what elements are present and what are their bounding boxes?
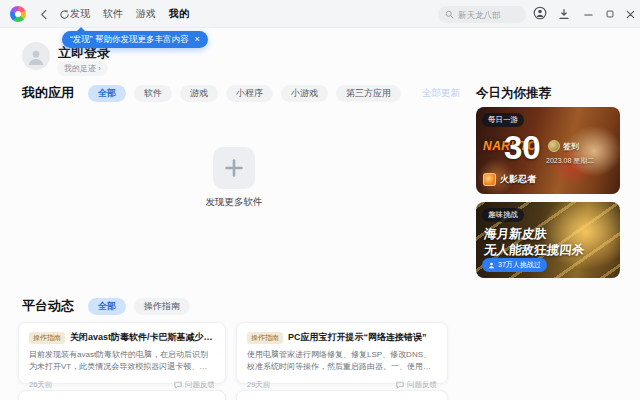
checkin-label: 签到 [563,141,579,152]
feed-filter-guide[interactable]: 操作指南 [134,298,190,315]
article-title: 关闭avast防毒软件/卡巴斯基减少卡顿现象 [70,331,215,344]
tooltip-text: “发现” 帮助你发现更多丰富内容 [70,34,189,46]
search-input[interactable] [458,10,518,20]
my-apps-title: 我的应用 [22,84,74,102]
nav-software[interactable]: 软件 [103,7,123,21]
feed-header: 平台动态 全部 操作指南 [22,297,190,315]
recommend-title: 今日为你推荐 [476,85,551,102]
article-avast[interactable]: 操作指南 关闭avast防毒软件/卡巴斯基减少卡顿现象 目前发现装有avast防… [18,322,226,384]
challenge-card[interactable]: 趣味挑战 海月新皮肤 无人能敌狂揽四杀 37万人挑战过 [476,202,620,278]
checkin-row[interactable]: 签到 [548,140,579,152]
user-account-icon[interactable] [532,5,548,21]
nav-discover[interactable]: 发现 [70,7,90,21]
article-body: 目前发现装有avast防毒软件的电脑，在启动后识别为未打开VT，此类情况会导致模… [29,349,215,374]
filter-games[interactable]: 游戏 [180,85,218,102]
titlebar: 发现 软件 游戏 我的 [0,0,640,28]
comment-icon [396,381,404,389]
article-tag: 操作指南 [247,332,283,344]
participants-icon [488,262,495,269]
maximize-icon[interactable] [602,6,618,22]
close-icon[interactable] [622,6,638,22]
article-title: PC应用宝打开提示“网络连接错误” [288,331,427,344]
feed-filter-all[interactable]: 全部 [88,298,126,315]
filter-all[interactable]: 全部 [88,85,126,102]
article-feedback-label: 问题反馈 [407,380,437,390]
daily-game-name: 火影忍者 [500,173,536,186]
avatar-person-icon [27,48,45,66]
calendar-day: 30 [504,129,541,167]
challenge-line2: 无人能敌狂揽四杀 [483,242,585,259]
add-more-apps-label: 发现更多软件 [174,196,294,209]
minimize-icon[interactable] [580,6,596,22]
search-box[interactable] [438,6,526,23]
feed-filters: 全部 操作指南 [88,298,190,315]
calendar-date: 2023.08 星期二 [546,156,594,166]
filter-software[interactable]: 软件 [134,85,172,102]
naruto-game-icon [483,173,496,186]
challenge-stat: 37万人挑战过 [482,258,547,272]
article-body: 使用电脑管家进行网络修复、修复LSP、修改DNS、校准系统时间等操作，然后重启路… [247,349,437,374]
article-time: 26天前 [29,380,52,390]
article-feedback-link[interactable]: 问题反馈 [396,380,437,390]
back-icon[interactable] [36,6,52,22]
tooltip-close-icon[interactable]: × [195,35,200,44]
challenge-badge: 趣味挑战 [482,208,524,222]
my-footprints-link[interactable]: 我的足迹 › [57,61,108,76]
app-logo-icon[interactable] [10,6,26,22]
daily-game-row[interactable]: 火影忍者 [483,173,536,186]
article-network-error[interactable]: 操作指南 PC应用宝打开提示“网络连接错误” 使用电脑管家进行网络修复、修复LS… [236,322,448,384]
avatar[interactable] [22,42,50,70]
search-icon [445,10,454,19]
article-opengl[interactable]: 操作指南 opengl版本过低/卡死/花屏/闪退，升级显卡驱动… [236,390,448,400]
daily-game-badge: 每日一游 [482,113,524,127]
filter-miniprograms[interactable]: 小程序 [226,85,273,102]
discover-tooltip: “发现” 帮助你发现更多丰富内容 × [62,31,208,48]
filter-thirdparty[interactable]: 第三方应用 [336,85,401,102]
checkin-stamp-icon [548,140,560,152]
plus-icon [223,157,245,179]
challenge-stat-label: 37万人挑战过 [498,260,541,270]
my-apps-header: 我的应用 全部 软件 游戏 小程序 小游戏 第三方应用 [22,84,401,102]
update-all-button[interactable]: 全部更新 [422,87,460,100]
nav-mine[interactable]: 我的 [169,7,189,21]
add-more-apps-button[interactable] [213,147,255,189]
nav-games[interactable]: 游戏 [136,7,156,21]
article-feedback-link[interactable]: 问题反馈 [174,380,215,390]
download-manager-icon[interactable] [556,6,572,22]
article-feedback-label: 问题反馈 [185,380,215,390]
feed-title: 平台动态 [22,297,74,315]
main-nav: 发现 软件 游戏 我的 [70,0,189,28]
comment-icon [174,381,182,389]
daily-game-card[interactable]: 每日一游 NARUTO 30 签到 2023.08 星期二 火影忍者 [476,107,620,194]
article-time: 29天前 [247,380,270,390]
article-tag: 操作指南 [29,332,65,344]
my-apps-filters: 全部 软件 游戏 小程序 小游戏 第三方应用 [88,85,401,102]
article-dns-guide[interactable]: 操作指南 pc应用宝网络异常修改DNS教程 [18,390,226,400]
challenge-line1: 海月新皮肤 [483,226,547,243]
filter-minigames[interactable]: 小游戏 [281,85,328,102]
